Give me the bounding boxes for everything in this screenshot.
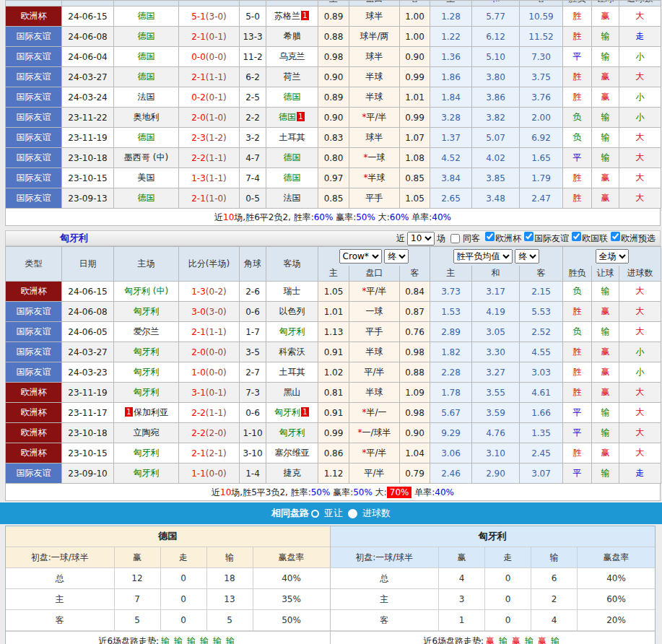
team-name[interactable]: 土耳其	[279, 367, 305, 377]
team-name[interactable]: 荷兰	[284, 71, 301, 82]
team-name[interactable]: 美国	[138, 173, 155, 183]
league-cell[interactable]: 国际友谊	[6, 47, 62, 67]
team-name[interactable]: 苏格兰	[274, 11, 300, 21]
team-name[interactable]: 匈牙利 (中)	[124, 286, 168, 296]
league-cell[interactable]: 国际友谊	[6, 87, 62, 108]
team-name[interactable]: 科索沃	[279, 347, 305, 357]
league-cell[interactable]: 欧洲杯	[6, 383, 62, 403]
stats-col-header: 赢盘率	[578, 547, 656, 568]
handicap-line: *一球	[349, 148, 400, 168]
team-name[interactable]: 匈牙利	[134, 468, 160, 478]
league-cell[interactable]: 欧洲杯	[6, 403, 62, 423]
hungary-team-title[interactable]: 匈牙利	[6, 232, 88, 245]
league-cell[interactable]: 国际友谊	[6, 464, 62, 484]
team-name[interactable]: 德国	[138, 193, 155, 203]
league-cell[interactable]: 欧洲杯	[6, 443, 62, 464]
bookmaker-select[interactable]: Crow*	[339, 249, 382, 264]
team-name[interactable]: 法国	[138, 92, 155, 102]
home-team-cell: 1保加利亚	[114, 403, 179, 423]
team-name[interactable]: 匈牙利	[274, 407, 300, 417]
handicap-away-odds: 1.01	[400, 87, 430, 108]
team-name[interactable]: 匈牙利	[134, 387, 160, 397]
euro-final-select[interactable]: 终	[515, 249, 539, 264]
score-cell: 1-0(0-0)	[179, 362, 240, 383]
league-filter-checkbox[interactable]	[485, 232, 495, 241]
league-filter-checkbox[interactable]	[572, 232, 581, 241]
handicap-home-odds: 0.98	[318, 47, 349, 67]
team-name[interactable]: 希腊	[284, 31, 301, 41]
league-filter-checkbox[interactable]	[611, 232, 620, 241]
league-cell[interactable]: 国际友谊	[6, 362, 62, 383]
date-cell: 23-09-13	[62, 188, 114, 209]
league-cell[interactable]: 国际友谊	[6, 67, 62, 87]
germany-trend-row: 近6场盘路走势:输输输输输输	[6, 631, 330, 644]
league-cell[interactable]: 欧洲杯	[6, 423, 62, 443]
team-name[interactable]: 德国	[138, 132, 155, 142]
league-cell[interactable]: 国际友谊	[6, 342, 62, 362]
euro-draw-odds: 5.77	[472, 6, 520, 27]
handicap-line: 球半	[349, 128, 400, 148]
team-name[interactable]: 匈牙利	[279, 326, 305, 336]
team-name[interactable]: 捷克	[284, 468, 301, 478]
team-name[interactable]: 匈牙利	[279, 427, 305, 438]
team-name[interactable]: 匈牙利	[134, 347, 160, 357]
handicap-line: *平/半	[349, 443, 400, 464]
handicap-home-odds: 0.83	[318, 128, 349, 148]
league-cell[interactable]: 欧洲杯	[6, 282, 62, 302]
team-name[interactable]: 德国	[138, 31, 155, 41]
league-cell[interactable]: 国际友谊	[6, 322, 62, 342]
league-filter-checkbox[interactable]	[524, 232, 533, 241]
team-name[interactable]: 匈牙利	[134, 448, 160, 458]
summary-segment: 40%	[435, 487, 454, 497]
euro-away-odds: 7.30	[520, 47, 563, 67]
league-cell[interactable]: 国际友谊	[6, 188, 62, 209]
trend-result: 输	[174, 636, 183, 644]
handicap-final-select[interactable]: 终	[384, 249, 409, 264]
full-time-score: 1-1	[191, 469, 206, 479]
team-name[interactable]: 德国	[279, 112, 296, 122]
team-name[interactable]: 立陶宛	[134, 427, 160, 438]
wdl-average-select[interactable]: 胜平负均值	[453, 249, 513, 264]
recent-count-select[interactable]: 10	[407, 232, 435, 245]
league-cell[interactable]: 国际友谊	[6, 27, 62, 47]
stats-value: 40%	[578, 568, 656, 589]
stats-value: 50%	[253, 610, 330, 631]
clipped-header-cell	[240, 1, 266, 6]
team-name[interactable]: 匈牙利	[134, 367, 160, 377]
team-name[interactable]: 德国	[138, 11, 155, 21]
same-away-checkbox[interactable]	[450, 234, 460, 243]
corner-cell: 2-7	[240, 362, 266, 383]
team-name[interactable]: 乌克兰	[279, 51, 305, 61]
team-name[interactable]: 德国	[138, 71, 155, 82]
goals-radio[interactable]	[348, 509, 357, 518]
league-cell[interactable]: 国际友谊	[6, 302, 62, 322]
team-name[interactable]: 塞尔维亚	[275, 448, 310, 458]
league-cell[interactable]: 欧洲杯	[6, 6, 62, 27]
league-cell[interactable]: 国际友谊	[6, 168, 62, 188]
team-name[interactable]: 匈牙利	[134, 306, 160, 316]
team-name[interactable]: 德国	[284, 173, 301, 183]
team-name[interactable]: 爱尔兰	[134, 326, 160, 336]
team-name[interactable]: 保加利亚	[134, 407, 168, 417]
team-name[interactable]: 黑山	[284, 387, 301, 397]
away-team-cell: 土耳其	[266, 128, 318, 148]
team-name[interactable]: 德国	[284, 92, 301, 102]
euro-draw-odds: 3.27	[472, 362, 520, 383]
team-name[interactable]: 以色列	[279, 306, 305, 316]
team-name[interactable]: 墨西哥 (中)	[124, 152, 168, 162]
team-name[interactable]: 德国	[138, 51, 155, 61]
full-match-select[interactable]: 全场	[596, 249, 629, 264]
team-name[interactable]: 奥地利	[134, 112, 160, 122]
team-name[interactable]: 德国	[284, 152, 301, 162]
asian-handicap-radio[interactable]	[311, 510, 319, 518]
league-cell[interactable]: 国际友谊	[6, 128, 62, 148]
euro-draw-odds: 3.85	[472, 168, 520, 188]
team-name[interactable]: 土耳其	[279, 132, 305, 142]
team-name[interactable]: 法国	[284, 193, 301, 203]
euro-home-odds: 1.78	[430, 383, 472, 403]
team-name[interactable]: 瑞士	[284, 286, 301, 296]
corner-cell: 6-2	[240, 67, 266, 87]
league-cell[interactable]: 国际友谊	[6, 148, 62, 168]
league-cell[interactable]: 国际友谊	[6, 108, 62, 128]
euro-draw-odds: 4.19	[472, 302, 520, 322]
